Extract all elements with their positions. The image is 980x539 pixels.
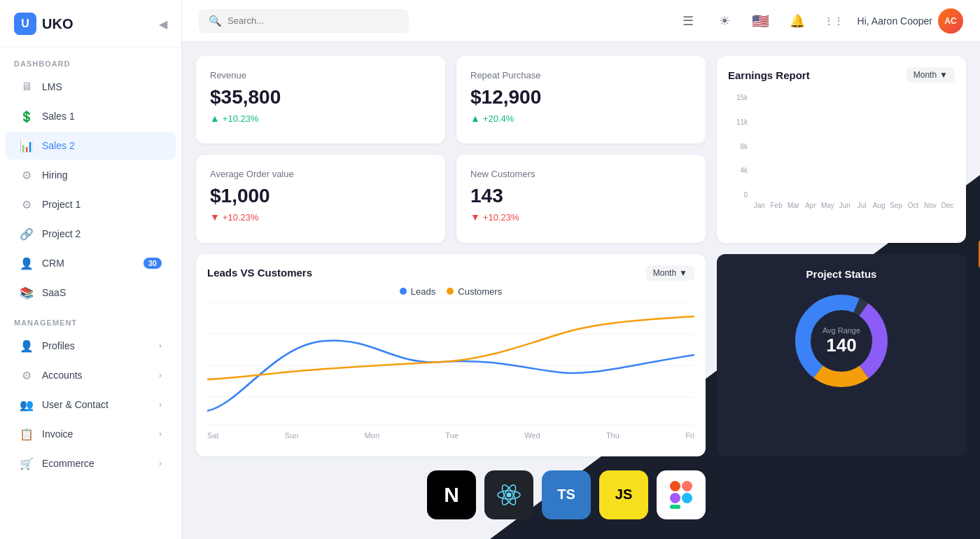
logo-area: U UKO ◀ bbox=[0, 0, 181, 48]
sidebar-item-accounts[interactable]: ⚙ Accounts › bbox=[6, 361, 176, 389]
x-label-mon: Mon bbox=[365, 431, 379, 440]
search-input[interactable] bbox=[227, 15, 399, 26]
theme-toggle-button[interactable]: ☀ bbox=[712, 8, 737, 34]
main-area: 🔍 ☰ ☀ 🇺🇸 🔔 ⋮⋮ Hi, Aaron Cooper AC bbox=[182, 0, 980, 539]
new-customers-card: New Customers 143 ▼ +10.23% bbox=[456, 155, 706, 242]
avg-order-card: Average Order value $1,000 ▼ +10.23% bbox=[196, 155, 445, 242]
project-status-card: Project Status Avg Range bbox=[717, 254, 966, 456]
down-arrow-icon-2: ▼ bbox=[470, 211, 480, 223]
sidebar-item-sales2[interactable]: 📊 Sales 2 bbox=[6, 132, 176, 160]
sidebar-item-hiring[interactable]: ⚙ Hiring bbox=[6, 161, 176, 189]
content-area: Revenue $35,800 ▲ +10.23% Repeat Purchas… bbox=[182, 42, 980, 539]
search-icon: 🔍 bbox=[209, 15, 222, 27]
line-chart-svg bbox=[207, 302, 694, 428]
apps-grid-button[interactable]: ⋮⋮ bbox=[821, 8, 846, 34]
x-label-fri: Fri bbox=[685, 431, 694, 440]
chevron-down-icon-2: ▼ bbox=[679, 268, 687, 278]
react-svg bbox=[495, 481, 523, 509]
new-customers-label: New Customers bbox=[470, 169, 692, 179]
up-arrow-icon: ▲ bbox=[210, 113, 220, 124]
app-logo: U UKO bbox=[14, 13, 73, 35]
new-customers-change: ▼ +10.23% bbox=[470, 211, 692, 223]
language-flag-button[interactable]: 🇺🇸 bbox=[748, 8, 774, 34]
x-label-wed: Wed bbox=[524, 431, 540, 440]
avg-order-label: Average Order value bbox=[210, 169, 431, 179]
sidebar-item-project1[interactable]: ⚙ Project 1 bbox=[6, 190, 176, 218]
avg-order-change: ▼ +10.23% bbox=[210, 211, 431, 223]
project-status-title: Project Status bbox=[806, 268, 877, 280]
sales1-icon: 💲 bbox=[20, 109, 34, 123]
svg-point-18 bbox=[682, 493, 692, 503]
sidebar-item-invoice[interactable]: 📋 Invoice › bbox=[6, 420, 176, 448]
x-label-jun: Jun bbox=[837, 202, 852, 209]
sidebar-item-sales1[interactable]: 💲 Sales 1 bbox=[6, 102, 176, 130]
user-greeting: Hi, Aaron Cooper AC bbox=[858, 8, 963, 34]
x-label-sun: Sun bbox=[285, 431, 299, 440]
hiring-icon: ⚙ bbox=[20, 168, 34, 182]
legend-leads: Leads bbox=[400, 286, 435, 297]
earnings-month-button[interactable]: Month ▼ bbox=[906, 67, 955, 83]
sidebar-item-profiles[interactable]: 👤 Profiles › bbox=[6, 332, 176, 360]
top-header: 🔍 ☰ ☀ 🇺🇸 🔔 ⋮⋮ Hi, Aaron Cooper AC bbox=[182, 0, 980, 42]
x-label-oct: Oct bbox=[906, 202, 920, 209]
x-label-jul: Jul bbox=[855, 202, 869, 209]
earnings-report-card: Earnings Report Month ▼ 0 4k 8k 11k 15k bbox=[717, 56, 966, 243]
lms-icon: 🖥 bbox=[20, 80, 34, 94]
leads-dot bbox=[400, 288, 407, 295]
sidebar-item-project2[interactable]: 🔗 Project 2 bbox=[6, 220, 176, 248]
revenue-change: ▲ +10.23% bbox=[210, 113, 431, 124]
avatar: AC bbox=[938, 8, 963, 34]
svg-rect-14 bbox=[670, 481, 680, 491]
sidebar-item-user-contact[interactable]: 👥 User & Contact › bbox=[6, 391, 176, 419]
repeat-purchase-card: Repeat Purchase $12,900 ▲ +20.4% bbox=[456, 56, 706, 144]
line-chart-x-labels: Sat Sun Mon Tue Wed Thu Fri bbox=[207, 431, 694, 440]
menu-icon-button[interactable]: ☰ bbox=[676, 8, 701, 34]
leads-chart-title: Leads VS Customers bbox=[207, 267, 312, 279]
x-label-thu: Thu bbox=[606, 431, 620, 440]
new-customers-value: 143 bbox=[470, 185, 692, 207]
search-box[interactable]: 🔍 bbox=[199, 9, 409, 33]
repeat-purchase-label: Repeat Purchase bbox=[470, 70, 692, 80]
down-arrow-icon: ▼ bbox=[210, 211, 220, 223]
profiles-chevron-icon: › bbox=[159, 341, 162, 351]
project1-icon: ⚙ bbox=[20, 197, 34, 211]
bell-icon: 🔔 bbox=[790, 13, 805, 29]
y-axis-labels: 0 4k 8k 11k 15k bbox=[728, 94, 748, 213]
ecommerce-icon: 🛒 bbox=[20, 456, 34, 470]
earnings-header: Earnings Report Month ▼ bbox=[728, 67, 955, 83]
x-label-mar: Mar bbox=[786, 202, 801, 209]
leads-month-button[interactable]: Month ▼ bbox=[646, 265, 694, 281]
customers-dot bbox=[447, 288, 454, 295]
sun-icon: ☀ bbox=[719, 13, 730, 29]
nextjs-icon-card: N bbox=[427, 470, 476, 519]
sidebar-item-saas[interactable]: 📚 SaaS bbox=[6, 279, 176, 307]
crm-icon: 👤 bbox=[20, 256, 34, 270]
javascript-icon-card: JS bbox=[599, 470, 648, 519]
management-section-label: MANAGEMENT bbox=[0, 307, 181, 331]
notifications-button[interactable]: 🔔 bbox=[785, 8, 810, 34]
svg-rect-16 bbox=[670, 493, 680, 503]
up-arrow-icon-2: ▲ bbox=[470, 113, 480, 124]
invoice-icon: 📋 bbox=[20, 427, 34, 441]
collapse-sidebar-button[interactable]: ◀ bbox=[159, 18, 167, 31]
logo-icon: U bbox=[14, 13, 36, 35]
accounts-icon: ⚙ bbox=[20, 368, 34, 382]
sidebar-item-crm[interactable]: 👤 CRM 30 bbox=[6, 249, 176, 277]
leads-customers-card: Leads VS Customers Month ▼ Leads Custome… bbox=[196, 254, 706, 456]
donut-chart: Avg Range 140 bbox=[789, 288, 894, 393]
user-contact-chevron-icon: › bbox=[159, 400, 162, 410]
profiles-icon: 👤 bbox=[20, 339, 34, 353]
x-label-sep: Sep bbox=[888, 202, 903, 209]
sales2-icon: 📊 bbox=[20, 139, 34, 153]
user-contact-icon: 👥 bbox=[20, 398, 34, 412]
sidebar-item-ecommerce[interactable]: 🛒 Ecommerce › bbox=[6, 449, 176, 477]
bar-chart: Jan Feb Mar Apr May Jun Jul Aug Sep Oct … bbox=[752, 94, 955, 213]
header-actions: ☰ ☀ 🇺🇸 🔔 ⋮⋮ Hi, Aaron Cooper AC bbox=[676, 8, 963, 34]
revenue-card: Revenue $35,800 ▲ +10.23% bbox=[196, 56, 445, 144]
sidebar-item-lms[interactable]: 🖥 LMS bbox=[6, 73, 176, 101]
revenue-value: $35,800 bbox=[210, 86, 431, 108]
typescript-icon-card: TS bbox=[542, 470, 591, 519]
chevron-down-icon: ▼ bbox=[939, 70, 948, 80]
donut-avg-value: 140 bbox=[822, 334, 860, 356]
x-label-nov: Nov bbox=[923, 202, 937, 209]
